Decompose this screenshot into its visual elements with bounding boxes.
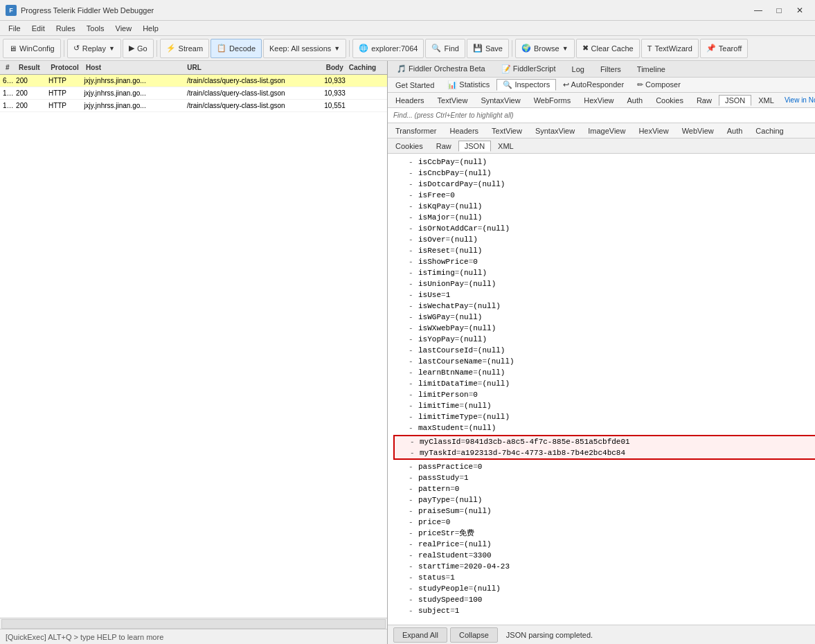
json-expand-icon[interactable]: - [409,561,415,572]
decode-button[interactable]: 📋 Decode [211,39,262,58]
json-expand-icon[interactable]: - [409,400,415,411]
json-expand-icon[interactable]: - [409,156,415,168]
json-expand-icon[interactable]: - [409,334,415,345]
json-expand-icon[interactable]: - [409,267,415,278]
sub-tab-caching[interactable]: Caching [749,125,789,136]
json-expand-icon[interactable]: - [409,472,415,483]
json-expand-icon[interactable]: - [409,289,415,301]
json-expand-icon[interactable]: - [409,550,415,561]
sub-tab-transformer[interactable]: Transformer [389,125,443,136]
tab-fiddler-script[interactable]: 📝 FiddlerScript [494,62,564,75]
json-expand-icon[interactable]: - [409,528,415,539]
keep-sessions-button[interactable]: Keep: All sessions ▼ [263,39,346,58]
json-expand-icon[interactable]: - [409,245,415,256]
tab-inspectors[interactable]: 🔍 Inspectors [496,79,556,91]
tab-statistics[interactable]: 📊 Statistics [441,79,496,91]
tab-fiddler-orchestra[interactable]: 🎵 Fiddler Orchestra Beta [389,62,493,75]
json-expand-icon[interactable]: - [409,517,415,528]
tab-log[interactable]: Log [564,63,592,75]
menu-view[interactable]: View [110,23,138,34]
sub-tab-raw[interactable]: Raw [430,141,458,152]
tab-composer[interactable]: ✏ Composer [631,79,687,91]
sub-tab-textview[interactable]: TextView [485,125,528,136]
json-expand-icon[interactable]: - [409,411,415,422]
minimize-button[interactable]: — [749,3,768,18]
json-expand-icon[interactable]: - [409,278,415,289]
session-row[interactable]: 64 200 HTTP jxjy.jnhrss.jinan.go... /tra… [0,75,387,87]
find-button[interactable]: 🔍 Find [425,39,465,58]
menu-tools[interactable]: Tools [81,23,110,34]
json-expand-icon[interactable]: - [409,461,415,472]
json-expand-icon[interactable]: - [409,605,415,616]
tab-filters[interactable]: Filters [593,63,629,75]
view-in-notepad-button[interactable]: View in Notepad [782,96,815,104]
sub-tab-syntaxview[interactable]: SyntaxView [529,125,581,136]
json-expand-icon[interactable]: - [409,234,415,245]
json-expand-icon[interactable]: - [409,539,415,550]
save-button[interactable]: 💾 Save [467,39,509,58]
json-expand-icon[interactable]: - [409,179,415,190]
replay-button[interactable]: ↺ Replay ▼ [67,39,121,58]
maximize-button[interactable]: □ [769,3,789,18]
text-wizard-button[interactable]: T TextWizard [641,39,699,58]
browse-button[interactable]: 🌍 Browse ▼ [515,39,575,58]
tab-get-started[interactable]: Get Started [389,80,440,91]
json-expand-icon[interactable]: - [409,345,415,356]
menu-file[interactable]: File [3,23,26,34]
sub-tab-hexview[interactable]: HexView [632,125,674,136]
tab-syntaxview[interactable]: SyntaxView [474,95,526,106]
menu-rules[interactable]: Rules [51,23,81,34]
json-expand-icon[interactable]: - [409,594,415,605]
json-expand-icon[interactable]: - [410,436,417,447]
json-expand-icon[interactable]: - [409,583,415,594]
tearoff-button[interactable]: 📌 Tearoff [700,39,748,58]
sub-tab-json[interactable]: JSON [458,141,491,152]
session-row[interactable]: 1... 200 HTTP jxjy.jnhrss.jinan.go... /t… [0,87,387,100]
json-expand-icon[interactable]: - [409,422,415,433]
json-expand-icon[interactable]: - [409,367,415,378]
stream-button[interactable]: ⚡ Stream [160,39,209,58]
json-expand-icon[interactable]: - [409,572,415,583]
menu-edit[interactable]: Edit [26,23,51,34]
tab-headers[interactable]: Headers [389,95,431,106]
json-expand-icon[interactable]: - [409,483,415,494]
tab-json[interactable]: JSON [719,95,751,106]
tab-webforms[interactable]: WebForms [528,95,577,106]
session-row[interactable]: 1... 200 HTTP jxjy.jnhrss.jinan.go... /t… [0,100,387,112]
json-expand-icon[interactable]: - [409,506,415,517]
json-expand-icon[interactable]: - [409,312,415,323]
json-expand-icon[interactable]: - [409,494,415,506]
json-expand-icon[interactable]: - [409,323,415,334]
json-expand-icon[interactable]: - [409,256,415,267]
tab-textview[interactable]: TextView [431,95,474,106]
tab-hexview[interactable]: HexView [577,95,620,106]
horizontal-scrollbar[interactable] [0,618,387,629]
winconfig-button[interactable]: 🖥 WinConfig [3,39,61,58]
json-expand-icon[interactable]: - [409,168,415,179]
sub-tab-auth[interactable]: Auth [721,125,749,136]
expand-all-button[interactable]: Expand All [393,627,447,643]
go-button[interactable]: ▶ Go [123,39,154,58]
sub-tab-webview[interactable]: WebView [676,125,720,136]
find-bar-placeholder[interactable]: Find... (press Ctrl+Enter to highlight a… [391,111,815,119]
json-expand-icon[interactable]: - [409,190,415,201]
clear-cache-button[interactable]: ✖ Clear Cache [576,39,640,58]
tab-timeline[interactable]: Timeline [629,63,673,75]
tab-raw[interactable]: Raw [690,95,718,106]
json-expand-icon[interactable]: - [409,356,415,367]
json-expand-icon[interactable]: - [409,223,415,234]
tab-auth[interactable]: Auth [621,95,650,106]
json-expand-icon[interactable]: - [409,301,415,312]
sub-tab-xml[interactable]: XML [492,141,520,152]
tab-cookies[interactable]: Cookies [650,95,690,106]
sub-tab-imageview[interactable]: ImageView [582,125,632,136]
tab-autoresponder[interactable]: ↩ AutoResponder [557,79,630,91]
explorer-button[interactable]: 🌐 explorer:7064 [352,39,424,58]
close-button[interactable]: ✕ [790,3,809,18]
sub-tab-cookies[interactable]: Cookies [389,141,429,152]
menu-help[interactable]: Help [137,23,164,34]
json-expand-icon[interactable]: - [410,447,417,458]
sub-tab-headers[interactable]: Headers [444,125,485,136]
json-expand-icon[interactable]: - [409,201,415,212]
collapse-button[interactable]: Collapse [450,627,498,643]
